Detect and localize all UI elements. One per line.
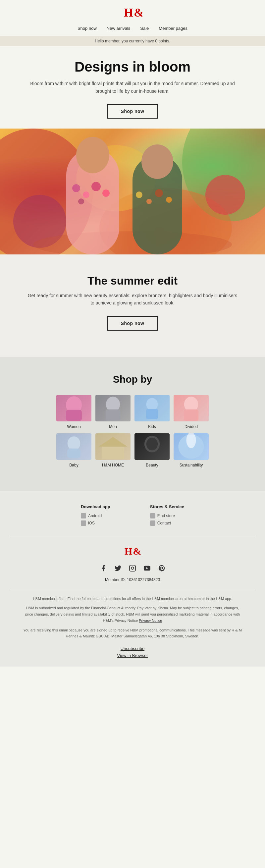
svg-point-12 bbox=[92, 182, 101, 191]
svg-point-34 bbox=[146, 438, 158, 451]
hero-image bbox=[0, 128, 265, 254]
svg-text:H&M: H&M bbox=[125, 546, 141, 557]
footer-contact-link[interactable]: Contact bbox=[150, 521, 184, 526]
instagram-icon[interactable] bbox=[129, 564, 136, 572]
svg-point-14 bbox=[78, 198, 84, 205]
summer-subtitle: Get ready for summer with new beauty ess… bbox=[27, 292, 238, 307]
hero-title: Designs in bloom bbox=[27, 59, 238, 74]
footer-divider-1 bbox=[10, 538, 255, 538]
category-image-sustainability bbox=[173, 433, 209, 460]
pinterest-icon[interactable] bbox=[158, 564, 166, 572]
category-label-sustainability: Sustainability bbox=[179, 463, 203, 467]
category-image-baby bbox=[56, 433, 92, 460]
category-item-home[interactable]: H&M HOME bbox=[95, 433, 131, 468]
footer-download-app: Download app Android iOS bbox=[81, 504, 110, 528]
category-grid: Women Men Kids Divided Baby bbox=[56, 395, 209, 468]
footer-stores-title: Stores & Service bbox=[150, 504, 184, 509]
main-nav: Shop now New arrivals Sale Member pages bbox=[0, 23, 265, 33]
summer-section: The summer edit Get ready for summer wit… bbox=[0, 254, 265, 357]
hm-logo[interactable]: H&M bbox=[123, 5, 142, 20]
footer-center: H&M Member ID: 1036102 bbox=[10, 545, 255, 582]
svg-rect-24 bbox=[106, 409, 120, 421]
social-icons bbox=[10, 564, 255, 572]
member-bar: Hello member, you currently have 0 point… bbox=[0, 36, 265, 46]
facebook-icon[interactable] bbox=[99, 564, 107, 572]
svg-point-13 bbox=[102, 189, 110, 197]
svg-rect-31 bbox=[102, 445, 124, 459]
footer-actions: Unsubscribe View in Browser bbox=[10, 646, 255, 658]
footer-legal-3: You are receiving this email because you… bbox=[23, 627, 242, 640]
ios-icon bbox=[81, 521, 86, 526]
svg-point-9 bbox=[76, 137, 109, 173]
nav-item-shop-now[interactable]: Shop now bbox=[77, 26, 97, 31]
category-label-divided: Divided bbox=[185, 424, 198, 429]
find-store-icon bbox=[150, 513, 155, 519]
category-label-men: Men bbox=[109, 424, 117, 429]
svg-point-18 bbox=[146, 199, 152, 204]
member-bar-text: Hello member, you currently have 0 point… bbox=[95, 39, 170, 43]
view-in-browser-link[interactable]: View in Browser bbox=[10, 653, 255, 658]
category-item-kids[interactable]: Kids bbox=[134, 395, 170, 429]
footer-android-link[interactable]: Android bbox=[81, 513, 110, 519]
category-image-men bbox=[95, 395, 131, 422]
svg-point-29 bbox=[68, 436, 80, 450]
hero-subtitle: Bloom from within' with bright floral pr… bbox=[27, 80, 238, 95]
unsubscribe-link[interactable]: Unsubscribe bbox=[10, 646, 255, 651]
svg-rect-22 bbox=[66, 410, 82, 421]
footer-legal: H&M member offers: Find the full terms a… bbox=[10, 596, 255, 640]
category-image-beauty bbox=[134, 433, 170, 460]
category-label-home: H&M HOME bbox=[102, 463, 124, 467]
footer-find-store-label: Find store bbox=[157, 514, 175, 518]
category-item-divided[interactable]: Divided bbox=[173, 395, 209, 429]
category-item-beauty[interactable]: Beauty bbox=[134, 433, 170, 468]
footer-ios-link[interactable]: iOS bbox=[81, 521, 110, 526]
android-icon bbox=[81, 513, 86, 519]
footer-download-title: Download app bbox=[81, 504, 110, 509]
footer-stores-service: Stores & Service Find store Contact bbox=[150, 504, 184, 528]
svg-rect-28 bbox=[184, 409, 198, 421]
category-label-kids: Kids bbox=[148, 424, 156, 429]
footer-legal-2: H&M is authorized and regulated by the F… bbox=[23, 605, 242, 623]
svg-point-16 bbox=[141, 145, 173, 179]
footer-top: Download app Android iOS Stores & Servic… bbox=[10, 504, 255, 528]
svg-point-10 bbox=[72, 184, 80, 192]
privacy-notice-link[interactable]: Privacy Notice bbox=[139, 619, 162, 622]
footer: Download app Android iOS Stores & Servic… bbox=[0, 491, 265, 666]
youtube-icon[interactable] bbox=[143, 564, 151, 572]
nav-item-sale[interactable]: Sale bbox=[140, 26, 149, 31]
footer-contact-label: Contact bbox=[157, 521, 171, 525]
category-item-baby[interactable]: Baby bbox=[56, 433, 92, 468]
category-label-women: Women bbox=[67, 424, 80, 429]
summer-shop-now-button[interactable]: Shop now bbox=[107, 316, 158, 331]
contact-icon bbox=[150, 521, 155, 526]
footer-legal-1: H&M member offers: Find the full terms a… bbox=[23, 596, 242, 602]
shop-by-section: Shop by Women Men Kids Divided bbox=[0, 357, 265, 491]
category-item-men[interactable]: Men bbox=[95, 395, 131, 429]
hero-shop-now-button[interactable]: Shop now bbox=[107, 104, 158, 119]
svg-rect-26 bbox=[146, 409, 158, 419]
svg-point-19 bbox=[155, 189, 163, 197]
hero-section: Designs in bloom Bloom from within' with… bbox=[0, 46, 265, 128]
hero-image-inner bbox=[0, 128, 265, 254]
svg-rect-38 bbox=[130, 565, 135, 571]
footer-android-label: Android bbox=[88, 514, 102, 518]
category-label-beauty: Beauty bbox=[146, 463, 158, 467]
category-image-divided bbox=[173, 395, 209, 422]
footer-find-store-link[interactable]: Find store bbox=[150, 513, 184, 519]
twitter-icon[interactable] bbox=[114, 564, 122, 572]
svg-point-25 bbox=[146, 398, 158, 411]
footer-ios-label: iOS bbox=[88, 521, 95, 525]
svg-point-20 bbox=[166, 197, 172, 203]
svg-point-5 bbox=[205, 175, 245, 215]
category-image-kids bbox=[134, 395, 170, 422]
category-item-women[interactable]: Women bbox=[56, 395, 92, 429]
svg-text:H&M: H&M bbox=[124, 6, 142, 19]
svg-point-11 bbox=[83, 191, 90, 198]
nav-item-member-pages[interactable]: Member pages bbox=[159, 26, 188, 31]
category-item-sustainability[interactable]: Sustainability bbox=[173, 433, 209, 468]
member-id: Member ID: 103610227384823 bbox=[10, 578, 255, 582]
svg-point-17 bbox=[136, 191, 142, 198]
summer-title: The summer edit bbox=[27, 274, 238, 287]
nav-item-new-arrivals[interactable]: New arrivals bbox=[107, 26, 131, 31]
category-image-women bbox=[56, 395, 92, 422]
